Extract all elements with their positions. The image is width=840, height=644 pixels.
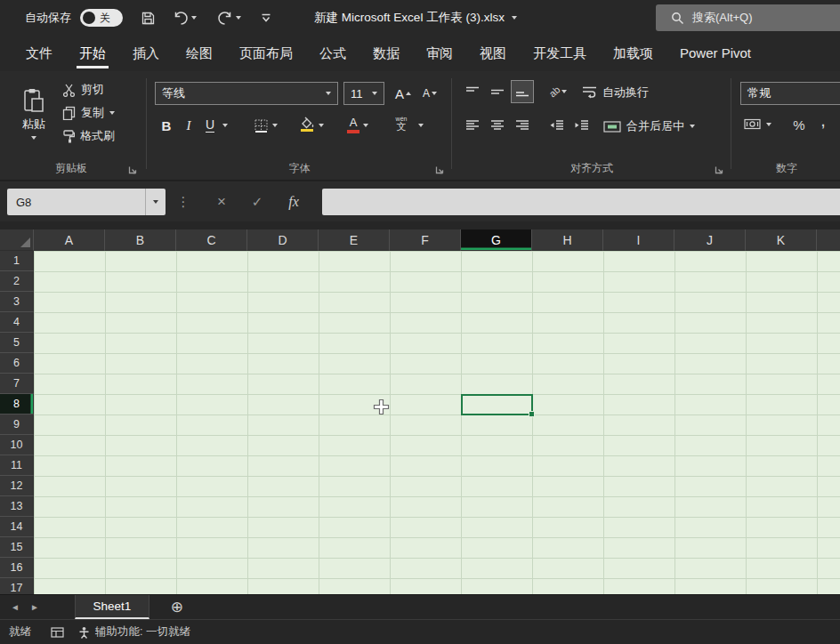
column-header-K[interactable]: K (746, 229, 817, 251)
phonetic-button[interactable]: wén 文 (388, 112, 415, 135)
window-title-area[interactable]: 新建 Microsoft Excel 工作表 (3).xlsx (267, 0, 564, 36)
phonetic-dropdown-icon[interactable] (418, 124, 424, 127)
alignment-dialog-launcher[interactable] (715, 165, 723, 174)
grow-font-button[interactable]: A (392, 82, 415, 105)
column-header-E[interactable]: E (319, 229, 390, 251)
save-button[interactable] (141, 0, 156, 36)
redo-dropdown-icon[interactable] (236, 16, 241, 20)
ribbon-tab-draw[interactable]: 绘图 (173, 36, 226, 71)
font-dialog-launcher[interactable] (435, 165, 444, 174)
ribbon-tab-home[interactable]: 开始 (66, 36, 119, 71)
number-format-combo[interactable]: 常规 (740, 82, 840, 105)
column-header-J[interactable]: J (674, 229, 746, 251)
row-header-12[interactable]: 12 (0, 476, 34, 496)
font-size-combo[interactable]: 11 (343, 82, 384, 105)
row-header-6[interactable]: 6 (0, 353, 34, 374)
cut-button[interactable]: 剪切 (62, 82, 115, 98)
select-all-button[interactable] (0, 229, 34, 251)
underline-button[interactable]: U (201, 114, 219, 137)
align-center-button[interactable] (486, 114, 509, 137)
accounting-dropdown-icon[interactable] (766, 123, 771, 126)
row-header-9[interactable]: 9 (0, 415, 34, 435)
column-header-D[interactable]: D (247, 229, 319, 251)
macro-record-button[interactable] (51, 627, 64, 638)
sheet-nav-next-icon[interactable]: ► (25, 602, 44, 612)
row-header-1[interactable]: 1 (0, 251, 34, 271)
align-top-button[interactable] (461, 80, 484, 103)
fill-handle[interactable] (529, 411, 535, 417)
column-header-F[interactable]: F (390, 229, 461, 251)
shrink-font-button[interactable]: A (418, 82, 441, 105)
row-header-8[interactable]: 8 (0, 394, 34, 415)
ribbon-tab-developer[interactable]: 开发工具 (520, 36, 600, 71)
ribbon-tab-view[interactable]: 视图 (466, 36, 520, 71)
merge-center-button[interactable]: 合并后居中 (603, 118, 695, 134)
accessibility-status[interactable]: 辅助功能: 一切就绪 (78, 624, 190, 640)
formula-bar-more-handle[interactable]: ⋮ (176, 189, 190, 215)
ribbon-tab-addins[interactable]: 加载项 (600, 36, 666, 71)
accounting-format-button[interactable] (744, 118, 771, 130)
decrease-indent-button[interactable] (545, 114, 568, 137)
align-right-button[interactable] (511, 114, 534, 137)
ribbon-tab-page-layout[interactable]: 页面布局 (226, 36, 306, 71)
format-painter-button[interactable]: 格式刷 (62, 128, 115, 144)
row-header-16[interactable]: 16 (0, 558, 34, 578)
align-middle-button[interactable] (486, 80, 509, 103)
row-header-3[interactable]: 3 (0, 292, 34, 312)
row-header-14[interactable]: 14 (0, 517, 34, 537)
name-box-dropdown[interactable] (145, 189, 166, 215)
percent-style-button[interactable]: % (788, 113, 810, 136)
column-header-I[interactable]: I (603, 229, 674, 251)
comma-style-button[interactable]: , (813, 109, 833, 132)
row-header-11[interactable]: 11 (0, 455, 34, 476)
cancel-button[interactable]: × (210, 189, 233, 215)
orientation-button[interactable]: ab (543, 80, 573, 103)
column-header-G[interactable]: G (461, 229, 532, 251)
copy-button[interactable]: 复制 (62, 105, 115, 121)
italic-button[interactable]: I (180, 114, 198, 137)
sheet-tab-sheet1[interactable]: Sheet1 (75, 595, 149, 619)
bold-button[interactable]: B (157, 114, 176, 137)
ribbon-tab-power-pivot[interactable]: Power Pivot (666, 36, 764, 71)
row-header-5[interactable]: 5 (0, 333, 34, 353)
row-header-13[interactable]: 13 (0, 496, 34, 517)
row-header-15[interactable]: 15 (0, 537, 34, 558)
font-size-dropdown-icon[interactable] (372, 92, 377, 95)
column-header-C[interactable]: C (176, 229, 247, 251)
row-header-2[interactable]: 2 (0, 271, 34, 292)
merge-center-dropdown-icon[interactable] (690, 125, 695, 128)
enter-button[interactable]: ✓ (246, 189, 269, 215)
sheet-nav-prev-icon[interactable]: ◄ (5, 602, 25, 612)
fill-color-dropdown-icon[interactable] (319, 124, 324, 127)
paste-dropdown-icon[interactable] (31, 136, 36, 140)
font-color-dropdown-icon[interactable] (363, 124, 368, 127)
selected-cell[interactable] (461, 394, 533, 415)
ribbon-tab-formulas[interactable]: 公式 (306, 36, 359, 71)
insert-function-button[interactable]: fx (281, 189, 306, 215)
underline-dropdown-icon[interactable] (222, 124, 228, 127)
column-header-B[interactable]: B (105, 229, 176, 251)
new-sheet-icon[interactable]: ⊕ (171, 598, 183, 616)
align-bottom-button[interactable] (511, 80, 534, 103)
font-name-combo[interactable]: 等线 (155, 82, 338, 105)
borders-button[interactable] (249, 114, 272, 137)
font-color-button[interactable]: A (342, 113, 365, 136)
autosave-toggle[interactable]: 关 (80, 9, 123, 27)
increase-indent-button[interactable] (569, 114, 593, 137)
row-header-10[interactable]: 10 (0, 435, 34, 455)
name-box[interactable]: G8 (7, 189, 166, 215)
align-left-button[interactable] (461, 114, 484, 137)
undo-button[interactable] (173, 0, 197, 36)
ribbon-tab-insert[interactable]: 插入 (119, 36, 173, 71)
ribbon-tab-review[interactable]: 审阅 (413, 36, 466, 71)
paste-button[interactable]: 粘贴 (11, 77, 57, 150)
search-box[interactable]: 搜索(Alt+Q) (656, 4, 840, 31)
sheet-cells[interactable] (34, 251, 840, 594)
column-header-H[interactable]: H (532, 229, 603, 251)
ribbon-tab-file[interactable]: 文件 (12, 36, 66, 71)
formula-input[interactable] (322, 189, 840, 215)
copy-dropdown-icon[interactable] (109, 111, 115, 115)
wrap-text-button[interactable]: 自动换行 (582, 85, 649, 101)
undo-dropdown-icon[interactable] (191, 16, 197, 20)
row-header-17[interactable]: 17 (0, 578, 34, 594)
